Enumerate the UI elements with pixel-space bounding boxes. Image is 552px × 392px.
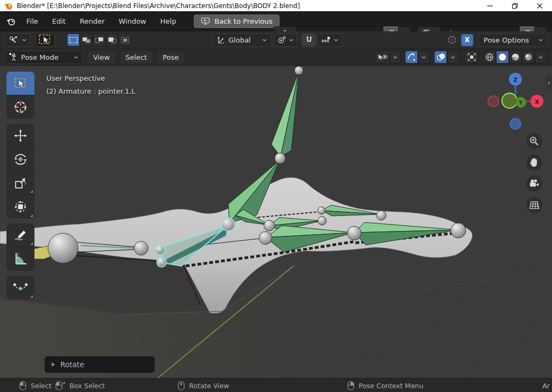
show-gizmos-toggle[interactable] bbox=[405, 51, 418, 64]
status-stats-text: Ar bbox=[542, 379, 550, 392]
ortho-toggle-button[interactable] bbox=[526, 197, 542, 213]
pan-button[interactable] bbox=[526, 155, 542, 171]
editor-type-dropdown[interactable] bbox=[4, 33, 30, 47]
snap-increment-icon bbox=[321, 37, 331, 44]
back-screen-icon bbox=[201, 17, 211, 25]
viewport-menu-select[interactable]: Select bbox=[120, 51, 152, 64]
gizmos-dropdown[interactable] bbox=[418, 51, 430, 64]
overlays-icon bbox=[436, 53, 445, 61]
expand-arrow-icon bbox=[52, 362, 55, 367]
camera-view-button[interactable] bbox=[526, 176, 542, 192]
tool-measure[interactable] bbox=[6, 247, 34, 271]
menu-edit[interactable]: Edit bbox=[45, 15, 73, 27]
chevron-left-icon: ‹ bbox=[547, 79, 550, 87]
mouse-left-drag-icon bbox=[55, 381, 65, 390]
top-menu-bar: File Edit Render Window Help Back to Pre… bbox=[0, 12, 552, 31]
viewport-info-overlay: User Perspective (2) Armature : pointer.… bbox=[46, 72, 135, 98]
sidebar-collapse-tab[interactable]: ‹ bbox=[546, 75, 552, 89]
restore-button[interactable] bbox=[502, 0, 527, 11]
zoom-button[interactable] bbox=[526, 133, 542, 149]
viewport-toolbar bbox=[6, 72, 34, 299]
select-mode-subtract-button[interactable] bbox=[93, 33, 106, 46]
mode-dropdown[interactable]: Pose Mode bbox=[4, 51, 83, 64]
gizmo-icon bbox=[407, 53, 416, 61]
mouse-middle-icon bbox=[178, 381, 185, 390]
mouse-left-icon bbox=[19, 381, 26, 390]
title-bar: Blender* [E:\Blender\Projects\Blend File… bbox=[0, 0, 552, 12]
tool-transform[interactable] bbox=[6, 195, 34, 219]
orientation-icon bbox=[217, 36, 225, 44]
tool-rotate[interactable] bbox=[6, 148, 34, 171]
status-label: Box Select bbox=[69, 382, 105, 390]
chevron-down-icon bbox=[74, 56, 78, 59]
status-hint-box-select: Box Select bbox=[55, 379, 105, 392]
menu-window[interactable]: Window bbox=[111, 15, 153, 27]
pivot-icon bbox=[277, 36, 286, 44]
gizmo-neg-z-ball[interactable] bbox=[510, 118, 521, 129]
tool-settings-bar: Global bbox=[0, 31, 552, 49]
operator-panel-rotate[interactable]: Rotate bbox=[45, 356, 155, 373]
tool-annotate[interactable] bbox=[6, 223, 34, 247]
chevron-down-icon bbox=[262, 39, 267, 41]
stats-label: Ar bbox=[542, 382, 550, 390]
gizmos-toggle-group bbox=[405, 51, 430, 64]
blender-logo-icon bbox=[4, 2, 13, 10]
minimize-button[interactable] bbox=[478, 0, 502, 11]
menu-render[interactable]: Render bbox=[73, 15, 111, 27]
menu-help[interactable]: Help bbox=[153, 15, 184, 27]
select-mode-invert-button[interactable] bbox=[106, 33, 118, 46]
shading-material-button[interactable] bbox=[509, 51, 522, 64]
select-mode-intersect-button[interactable] bbox=[118, 33, 131, 46]
xray-toggle[interactable] bbox=[464, 51, 479, 64]
close-button[interactable] bbox=[527, 0, 552, 11]
material-shading-icon bbox=[511, 53, 520, 61]
tool-select-box[interactable] bbox=[6, 72, 34, 95]
viewport-menu-view[interactable]: View bbox=[88, 51, 115, 64]
pose-options-dropdown[interactable]: Pose Options bbox=[479, 33, 548, 47]
chevron-down-icon bbox=[22, 39, 26, 41]
select-mode-set-button[interactable] bbox=[67, 33, 80, 46]
blender-menu-logo-icon[interactable] bbox=[5, 17, 16, 26]
pivot-point-dropdown[interactable] bbox=[274, 33, 297, 47]
shading-dropdown[interactable] bbox=[535, 51, 547, 64]
operator-panel-label: Rotate bbox=[60, 360, 84, 369]
status-hint-pose-context-menu: Pose Context Menu bbox=[347, 379, 423, 392]
status-hint-rotate-view: Rotate View bbox=[178, 379, 229, 392]
chevron-down-icon bbox=[422, 56, 426, 59]
scale-icon bbox=[13, 176, 27, 190]
overlays-dropdown[interactable] bbox=[447, 51, 459, 64]
tool-cursor[interactable] bbox=[6, 95, 34, 119]
snap-with-dropdown[interactable] bbox=[317, 33, 342, 47]
status-label: Select bbox=[31, 382, 52, 390]
shading-solid-button[interactable] bbox=[496, 51, 509, 64]
rotate-icon bbox=[13, 152, 28, 167]
active-tool-display[interactable] bbox=[36, 33, 55, 47]
object-visibility-dropdown[interactable] bbox=[375, 51, 401, 64]
tool-scale[interactable] bbox=[6, 171, 34, 195]
transform-icon bbox=[13, 199, 28, 214]
rendered-shading-icon bbox=[524, 53, 533, 61]
chevron-down-icon bbox=[334, 39, 338, 41]
viewport-menu-pose[interactable]: Pose bbox=[157, 51, 184, 64]
transform-orientation-dropdown[interactable]: Global bbox=[212, 33, 271, 47]
overlays-toggle-group bbox=[434, 51, 459, 64]
show-overlays-toggle[interactable] bbox=[434, 51, 447, 64]
menu-file[interactable]: File bbox=[19, 15, 45, 27]
gizmo-neg-y-ball[interactable] bbox=[502, 93, 517, 108]
scene-render: Y Z X bbox=[0, 66, 552, 378]
perspective-label: User Perspective bbox=[46, 72, 135, 85]
3d-viewport[interactable]: Y Z X bbox=[0, 66, 552, 378]
shading-rendered-button[interactable] bbox=[522, 51, 535, 64]
snap-toggle-button[interactable] bbox=[302, 33, 316, 47]
select-mode-extend-button[interactable] bbox=[80, 33, 93, 46]
chevron-down-icon bbox=[539, 56, 543, 59]
tool-pose-breakdowner[interactable] bbox=[6, 276, 34, 299]
shading-wireframe-button[interactable] bbox=[483, 51, 496, 64]
annotate-icon bbox=[13, 228, 28, 242]
visibility-icon bbox=[378, 54, 388, 61]
mirror-x-toggle[interactable]: X bbox=[461, 34, 473, 46]
gizmo-neg-x-ball[interactable] bbox=[488, 96, 499, 107]
pose-mode-icon bbox=[9, 53, 18, 61]
tool-move[interactable] bbox=[6, 124, 34, 148]
back-to-previous-button[interactable]: Back to Previous bbox=[194, 15, 280, 28]
